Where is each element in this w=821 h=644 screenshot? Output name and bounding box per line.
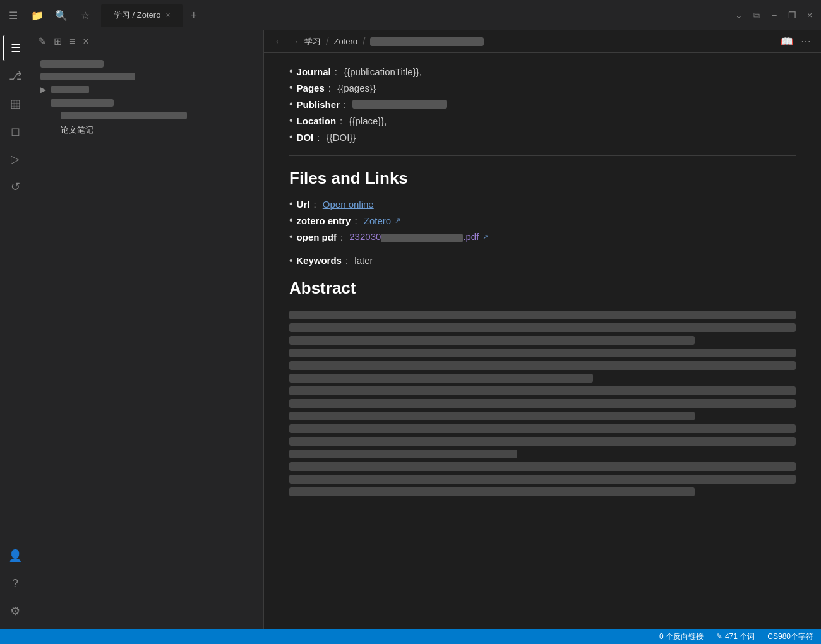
close-sidebar-icon[interactable]: × (83, 36, 88, 47)
abstract-row-1 (289, 311, 796, 319)
keywords-key: Keywords (296, 255, 342, 266)
sidebar-content: ▶ 论文笔记 (30, 52, 263, 629)
titlebar-left: ☰ 📁 🔍 ☆ 学习 / Zotero × + (8, 4, 735, 27)
edit-status[interactable]: ✎ 471 个词 (716, 631, 755, 642)
search-icon[interactable]: 🔍 (56, 9, 67, 21)
activity-calendar[interactable]: ▦ (3, 91, 28, 116)
chevron-icon: ▶ (40, 85, 46, 94)
activity-settings[interactable]: ⚙ (3, 599, 28, 624)
abstract-row-10 (289, 424, 796, 433)
sidebar: ✎ ⊞ ≡ × ▶ 论文笔记 (30, 30, 264, 629)
sidebar-toolbar: ✎ ⊞ ≡ × (30, 30, 263, 52)
pdf-external-icon: ↗ (482, 233, 488, 241)
sidebar-item-3[interactable]: ▶ (30, 83, 263, 97)
breadcrumb-bar: ← → 学习 / Zotero / 📖 ⋯ (264, 30, 821, 53)
sidebar-item-1-label (40, 60, 104, 68)
restore-button[interactable]: ❐ (788, 11, 796, 19)
abstract-row-6 (289, 374, 593, 383)
back-button[interactable]: ← (274, 36, 284, 47)
publisher-val-blurred (352, 100, 447, 109)
active-tab[interactable]: 学习 / Zotero × (101, 4, 183, 27)
minimize-button[interactable]: − (770, 11, 778, 19)
open-online-link[interactable]: Open online (323, 199, 374, 210)
char-status[interactable]: CS980个字符 (767, 631, 813, 642)
forward-button[interactable]: → (289, 36, 299, 47)
breadcrumb-blurred (370, 37, 484, 46)
activity-file[interactable]: ◻ (3, 119, 28, 144)
location-val: {{place}}, (349, 116, 387, 126)
meta-location: Location: {{place}}, (289, 115, 796, 126)
abstract-row-12 (289, 450, 517, 458)
edit-icon[interactable]: ✎ (38, 35, 46, 47)
sidebar-item-1[interactable] (30, 57, 263, 70)
abstract-row-4 (289, 349, 796, 357)
activity-explorer[interactable]: ☰ (3, 35, 28, 61)
pdf-link[interactable]: 232030 .pdf (349, 231, 479, 242)
star-icon[interactable]: ☆ (80, 9, 91, 21)
activity-git[interactable]: ⎇ (3, 63, 28, 88)
breadcrumb-nav: ← → 学习 / Zotero / (274, 36, 776, 47)
breadcrumb-right: 📖 ⋯ (781, 35, 811, 47)
breadcrumb-path2: Zotero (333, 37, 357, 46)
book-icon[interactable]: 📖 (781, 35, 793, 47)
sort-icon[interactable]: ≡ (69, 36, 75, 47)
backlinks-status[interactable]: 0 个反向链接 (659, 631, 704, 642)
journal-val: {{publicationTitle}}, (344, 66, 422, 77)
dropdown-icon[interactable]: ⌄ (735, 11, 743, 19)
doi-val: {{DOI}} (327, 132, 356, 143)
files-list: Url: Open online zotero entry: Zotero ↗ … (289, 198, 796, 242)
meta-publisher: Publisher: (289, 98, 796, 110)
more-icon[interactable]: ⋯ (801, 35, 811, 47)
pages-val: {{pages}} (337, 83, 376, 93)
meta-pages: Pages: {{pages}} (289, 82, 796, 93)
activity-bottom: 👤 ? ⚙ (3, 543, 28, 624)
sidebar-item-2[interactable] (30, 70, 263, 83)
abstract-row-3 (289, 336, 695, 345)
close-button[interactable]: × (806, 11, 813, 19)
zotero-key: zotero entry (297, 215, 351, 226)
word-count: 471 个词 (725, 631, 755, 642)
url-key: Url (297, 199, 310, 210)
meta-journal: Journal: {{publicationTitle}}, (289, 66, 796, 77)
breadcrumb-sep2: / (363, 36, 365, 47)
sidebar-item-5[interactable] (30, 109, 263, 122)
tab-close-button[interactable]: × (165, 11, 170, 20)
tab-bar: 学习 / Zotero × + (101, 4, 735, 27)
zotero-link[interactable]: Zotero (364, 215, 391, 226)
keywords-line: Keywords: later (289, 255, 796, 266)
abstract-row-11 (289, 437, 796, 446)
pdf-blurred (381, 234, 463, 242)
activity-help[interactable]: ? (3, 571, 28, 596)
keywords-val: later (354, 255, 373, 266)
new-tab-button[interactable]: + (185, 9, 202, 22)
location-key: Location (297, 116, 337, 126)
url-item: Url: Open online (289, 198, 796, 210)
breadcrumb-sep1: / (326, 36, 328, 47)
abstract-row-15 (289, 487, 695, 496)
activity-run[interactable]: ▷ (3, 146, 28, 172)
zotero-item: zotero entry: Zotero ↗ (289, 215, 796, 226)
split-icon[interactable]: ⧉ (753, 11, 760, 19)
edit-icon: ✎ (716, 632, 722, 641)
pdf-suffix: .pdf (463, 231, 479, 242)
abstract-row-2 (289, 323, 796, 332)
abstract-row-14 (289, 475, 796, 484)
activity-history[interactable]: ↺ (3, 174, 28, 200)
pages-key: Pages (297, 83, 325, 93)
abstract-row-5 (289, 361, 796, 370)
pdf-prefix: 232030 (349, 231, 381, 242)
external-link-icon: ↗ (395, 217, 400, 225)
files-links-title: Files and Links (289, 169, 796, 188)
abstract-row-9 (289, 412, 695, 420)
breadcrumb-path1: 学习 (304, 36, 321, 47)
metadata-list: Journal: {{publicationTitle}}, Pages: {{… (289, 66, 796, 143)
new-folder-icon[interactable]: ⊞ (54, 35, 62, 47)
sidebar-item-2-label (40, 73, 135, 80)
abstract-title: Abstract (289, 278, 796, 298)
file-icon[interactable]: 📁 (32, 9, 43, 21)
activity-bar: ☰ ⎇ ▦ ◻ ▷ ↺ 👤 ? ⚙ (0, 30, 30, 629)
backlinks-text: 0 个反向链接 (659, 631, 704, 642)
menu-icon[interactable]: ☰ (8, 9, 19, 21)
sidebar-item-4[interactable] (30, 97, 263, 109)
activity-account[interactable]: 👤 (3, 543, 28, 568)
